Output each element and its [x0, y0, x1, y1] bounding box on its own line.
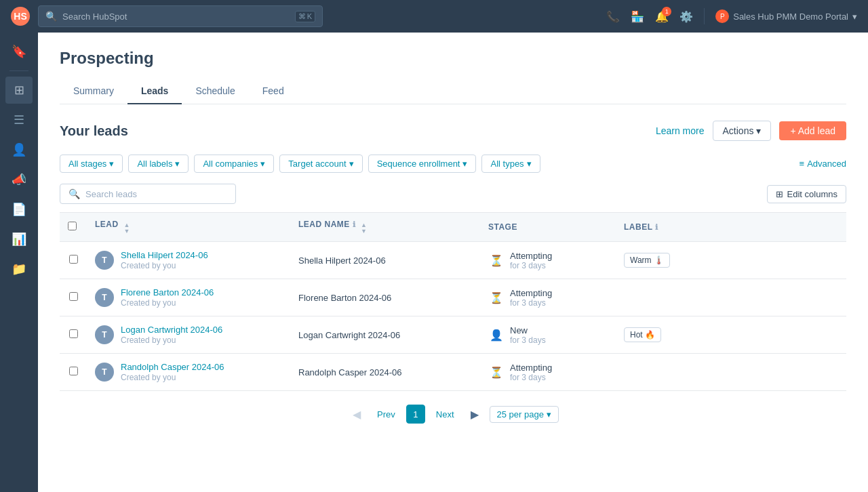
edit-columns-button[interactable]: ⊞ Edit columns [767, 185, 846, 203]
settings-icon[interactable]: ⚙️ [679, 9, 693, 23]
row-checkbox[interactable] [69, 367, 78, 375]
tab-leads[interactable]: Leads [127, 79, 182, 104]
filter-sequence-enrollment[interactable]: Sequence enrollment ▾ [368, 155, 477, 173]
sidebar-item-report[interactable]: 📊 [5, 226, 33, 253]
stage-duration: for 3 days [510, 373, 552, 382]
row-checkbox[interactable] [69, 329, 78, 338]
table-row: T Shella Hilpert 2024-06 Created by you … [60, 242, 846, 279]
stage-cell: ⏳ Attempting for 3 days [480, 354, 616, 391]
info-icon: ℹ [655, 223, 658, 231]
lead-link[interactable]: Logan Cartwright 2024-06 [121, 325, 222, 335]
search-row: 🔍 ⊞ Edit columns [60, 184, 846, 204]
lead-name-cell: Shella Hilpert 2024-06 [290, 242, 480, 279]
chevron-down-icon: ▾ [462, 159, 467, 169]
chevron-down-icon: ▾ [260, 159, 265, 169]
lead-sub: Created by you [121, 261, 176, 270]
sidebar-item-list[interactable]: ☰ [5, 106, 33, 134]
info-icon: ℹ [353, 220, 356, 228]
next-label[interactable]: Next [431, 409, 460, 419]
next-button[interactable]: ▶ [465, 405, 484, 424]
tab-schedule[interactable]: Schedule [182, 79, 248, 104]
filter-all-labels[interactable]: All labels ▾ [128, 155, 189, 173]
columns-icon: ⊞ [776, 189, 783, 199]
advanced-filter[interactable]: ≡ Advanced [800, 159, 846, 169]
learn-more-link[interactable]: Learn more [656, 125, 705, 136]
stage-name: Attempting [510, 288, 552, 298]
filter-icon: ≡ [800, 159, 805, 169]
prev-button[interactable]: ◀ [347, 405, 366, 424]
global-search-input[interactable] [62, 12, 290, 22]
row-checkbox[interactable] [69, 292, 78, 301]
leads-section-title: Your leads [60, 123, 128, 139]
notifications-icon[interactable]: 🔔 1 [655, 9, 669, 23]
col-label: LABEL ℹ [616, 213, 846, 242]
page-1-button[interactable]: 1 [406, 405, 425, 424]
stage-icon: ⏳ [488, 364, 505, 380]
lead-sub: Created by you [121, 335, 176, 345]
marketplace-icon[interactable]: 🏪 [631, 9, 644, 23]
sidebar-item-folder[interactable]: 📁 [5, 255, 33, 283]
actions-button[interactable]: Actions ▾ [713, 121, 772, 141]
lead-link[interactable]: Florene Barton 2024-06 [121, 287, 214, 298]
label-cell: Warm 🌡️ [616, 242, 846, 279]
hubspot-logo[interactable]: HS [11, 7, 30, 26]
tab-feed[interactable]: Feed [249, 79, 298, 104]
filter-all-companies[interactable]: All companies ▾ [194, 155, 274, 173]
search-box[interactable]: 🔍 [60, 184, 236, 204]
sidebar: 🔖 ⊞ ☰ 👤 📣 📄 📊 📁 [0, 33, 38, 492]
stage-cell: 👤 New for 3 days [480, 316, 616, 354]
chevron-down-icon: ▾ [756, 125, 761, 136]
stage-icon: ⏳ [488, 252, 505, 268]
sidebar-item-contacts[interactable]: 👤 [5, 136, 33, 163]
portal-avatar: P [715, 9, 729, 23]
stage-duration: for 3 days [510, 298, 552, 308]
avatar: T [95, 363, 114, 382]
sort-icon: ▲▼ [361, 222, 367, 234]
stage-icon: 👤 [488, 327, 505, 343]
sidebar-item-dashboard[interactable]: ⊞ [5, 77, 33, 104]
search-leads-input[interactable] [85, 189, 227, 199]
select-all-checkbox[interactable] [68, 222, 77, 230]
lead-link[interactable]: Shella Hilpert 2024-06 [121, 250, 208, 260]
search-icon: 🔍 [68, 188, 80, 199]
stage-name: Attempting [510, 251, 552, 261]
label-badge: Hot 🔥 [624, 327, 661, 342]
lead-link[interactable]: Randolph Casper 2024-06 [121, 362, 224, 372]
notification-badge: 1 [662, 7, 671, 16]
label-cell [616, 279, 846, 316]
row-checkbox[interactable] [69, 255, 78, 264]
table-body: T Shella Hilpert 2024-06 Created by you … [60, 242, 846, 391]
sidebar-item-bookmark[interactable]: 🔖 [5, 38, 33, 65]
stage-cell: ⏳ Attempting for 3 days [480, 242, 616, 279]
lead-cell: T Florene Barton 2024-06 Created by you [87, 279, 290, 316]
filter-target-account[interactable]: Target account ▾ [279, 155, 362, 173]
filter-all-types[interactable]: All types ▾ [481, 155, 540, 173]
col-stage: STAGE [480, 213, 616, 242]
phone-icon[interactable]: 📞 [606, 9, 620, 23]
avatar: T [95, 251, 114, 270]
filter-all-stages[interactable]: All stages ▾ [60, 155, 123, 173]
stage-icon: ⏳ [488, 289, 505, 306]
col-lead-name[interactable]: LEAD NAME ℹ ▲▼ [290, 213, 480, 242]
sidebar-item-document[interactable]: 📄 [5, 196, 33, 223]
prev-label[interactable]: Prev [372, 409, 401, 419]
per-page-selector[interactable]: 25 per page ▾ [490, 406, 559, 423]
page-title: Prospecting [60, 49, 846, 68]
portal-switcher[interactable]: P Sales Hub PMM Demo Portal ▾ [715, 9, 857, 23]
label-cell: Hot 🔥 [616, 316, 846, 354]
col-lead[interactable]: LEAD ▲▼ [87, 213, 290, 242]
global-search-box[interactable]: 🔍 ⌘ K [38, 5, 323, 27]
tab-summary[interactable]: Summary [60, 79, 127, 104]
table-row: T Florene Barton 2024-06 Created by you … [60, 279, 846, 316]
table-header: LEAD ▲▼ LEAD NAME ℹ ▲▼ STAGE LABEL ℹ [60, 213, 846, 242]
lead-name-cell: Randolph Casper 2024-06 [290, 354, 480, 391]
sidebar-item-megaphone[interactable]: 📣 [5, 166, 33, 193]
add-lead-button[interactable]: + Add lead [779, 121, 846, 140]
filter-bar: All stages ▾ All labels ▾ All companies … [60, 155, 846, 173]
tab-bar: Summary Leads Schedule Feed [60, 79, 846, 104]
search-icon: 🔍 [45, 11, 57, 22]
main-content: Prospecting Summary Leads Schedule Feed … [38, 33, 868, 492]
chevron-down-icon: ▾ [175, 159, 180, 169]
lead-name-cell: Florene Barton 2024-06 [290, 279, 480, 316]
avatar: T [95, 288, 114, 307]
